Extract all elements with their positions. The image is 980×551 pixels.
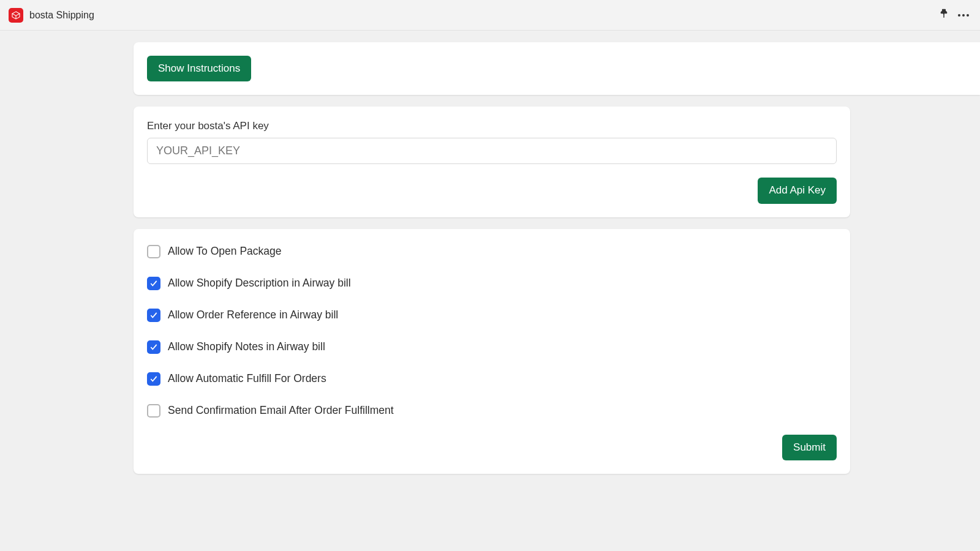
instructions-card: Show Instructions [134,42,980,95]
add-api-key-button[interactable]: Add Api Key [758,178,837,203]
option-label: Allow Shopify Notes in Airway bill [168,340,325,353]
option-allow-open-package: Allow To Open Package [147,245,837,258]
option-send-confirmation-email: Send Confirmation Email After Order Fulf… [147,404,837,418]
checkbox-send-confirmation-email[interactable] [147,404,160,418]
api-key-input[interactable] [147,138,837,164]
options-list: Allow To Open Package Allow Shopify Desc… [147,242,837,418]
page-body: Show Instructions Enter your bosta's API… [0,31,980,474]
option-label: Allow To Open Package [168,245,282,258]
topbar-left: bosta Shipping [9,8,94,23]
submit-button[interactable]: Submit [782,435,837,460]
option-label: Allow Automatic Fulfill For Orders [168,372,326,385]
checkbox-allow-shopify-description[interactable] [147,277,160,290]
svg-marker-0 [12,12,20,16]
option-label: Allow Shopify Description in Airway bill [168,277,351,290]
more-menu-icon[interactable] [958,14,969,17]
app-title: bosta Shipping [29,10,94,21]
topbar: bosta Shipping [0,0,980,31]
checkbox-allow-auto-fulfill[interactable] [147,372,160,386]
checkbox-allow-open-package[interactable] [147,245,160,258]
options-card: Allow To Open Package Allow Shopify Desc… [134,229,850,474]
checkbox-allow-shopify-notes[interactable] [147,340,160,354]
api-key-actions: Add Api Key [147,178,837,203]
submit-row: Submit [147,435,837,460]
option-allow-auto-fulfill: Allow Automatic Fulfill For Orders [147,372,837,386]
checkbox-allow-order-reference[interactable] [147,309,160,322]
option-allow-shopify-notes: Allow Shopify Notes in Airway bill [147,340,837,354]
option-allow-shopify-description: Allow Shopify Description in Airway bill [147,277,837,290]
api-key-label: Enter your bosta's API key [147,120,837,132]
topbar-right [938,9,969,22]
option-allow-order-reference: Allow Order Reference in Airway bill [147,309,837,322]
show-instructions-button[interactable]: Show Instructions [147,56,251,81]
pin-icon[interactable] [938,9,949,22]
api-key-card: Enter your bosta's API key Add Api Key [134,107,850,217]
option-label: Send Confirmation Email After Order Fulf… [168,404,394,417]
option-label: Allow Order Reference in Airway bill [168,309,338,321]
app-logo-icon [9,8,23,23]
